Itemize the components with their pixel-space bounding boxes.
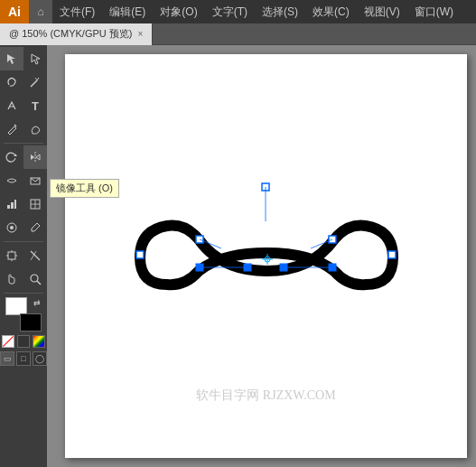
fill-swatch[interactable] xyxy=(5,297,27,315)
svg-rect-16 xyxy=(8,252,15,259)
tab-label: @ 150% (CMYK/GPU 预览) xyxy=(9,27,132,41)
tool-row-1 xyxy=(0,47,47,70)
svg-rect-32 xyxy=(136,251,144,258)
tab-close-button[interactable]: × xyxy=(137,29,143,39)
mesh-tool-btn[interactable] xyxy=(23,192,47,216)
swap-colors-icon[interactable]: ⇄ xyxy=(33,298,41,307)
rotate-tool-btn[interactable] xyxy=(0,145,23,169)
selection-tool-btn[interactable] xyxy=(0,47,23,70)
tool-row-4 xyxy=(0,117,47,141)
toolbar: T 镜像工具 (O) xyxy=(0,45,47,467)
blob-brush-btn[interactable] xyxy=(23,117,47,141)
pen-tool-btn[interactable] xyxy=(0,94,23,117)
svg-rect-8 xyxy=(7,205,10,209)
app-logo: Ai xyxy=(0,0,29,23)
menu-effect[interactable]: 效果(C) xyxy=(305,0,357,23)
color-swatches: ⇄ xyxy=(5,297,42,332)
zoom-tool-btn[interactable] xyxy=(23,267,47,291)
hand-tool-btn[interactable] xyxy=(0,267,23,291)
artboard-tool-btn[interactable] xyxy=(0,244,23,267)
main-layout: T 镜像工具 (O) xyxy=(0,45,476,467)
menu-bar: Ai ⌂ 文件(F) 编辑(E) 对象(O) 文字(T) 选择(S) 效果(C)… xyxy=(0,0,476,23)
tool-row-8 xyxy=(0,216,47,239)
width-tool-btn[interactable] xyxy=(0,169,23,192)
magic-wand-btn[interactable] xyxy=(23,70,47,94)
tool-separator-2 xyxy=(4,241,43,242)
tool-separator-1 xyxy=(4,143,43,144)
svg-rect-33 xyxy=(388,251,396,258)
menu-select[interactable]: 选择(S) xyxy=(255,0,305,23)
menu-text[interactable]: 文字(T) xyxy=(205,0,255,23)
tool-row-6 xyxy=(0,169,47,192)
tool-row-9 xyxy=(0,244,47,267)
slice-tool-btn[interactable] xyxy=(23,244,47,267)
tool-row-10 xyxy=(0,267,47,291)
active-tab[interactable]: @ 150% (CMYK/GPU 预览) × xyxy=(0,23,153,45)
menu-window[interactable]: 窗口(W) xyxy=(407,0,461,23)
canvas-area[interactable]: 软牛目字网 RJZXW.COM xyxy=(47,45,476,467)
menu-view[interactable]: 视图(V) xyxy=(357,0,407,23)
lasso-tool-btn[interactable] xyxy=(0,70,23,94)
no-fill-stroke-btns xyxy=(2,335,45,348)
envelope-btn[interactable] xyxy=(23,169,47,192)
tool-row-2 xyxy=(0,70,47,94)
symbol-tool-btn[interactable] xyxy=(0,216,23,239)
stroke-swatch[interactable] xyxy=(20,313,42,332)
tool-row-5 xyxy=(0,145,47,169)
direct-selection-tool-btn[interactable] xyxy=(23,47,47,70)
tab-bar: @ 150% (CMYK/GPU 预览) × xyxy=(0,23,476,45)
path-shape xyxy=(131,167,402,330)
menu-object[interactable]: 对象(O) xyxy=(153,0,204,23)
type-tool-btn[interactable]: T xyxy=(23,94,47,117)
svg-rect-9 xyxy=(11,202,14,209)
svg-point-15 xyxy=(10,226,14,229)
graph-tool-btn[interactable] xyxy=(0,192,23,216)
tool-row-3: T xyxy=(0,94,47,117)
menu-file[interactable]: 文件(F) xyxy=(52,0,102,23)
svg-point-23 xyxy=(31,275,38,282)
home-icon[interactable]: ⌂ xyxy=(29,0,52,23)
pencil-tool-btn[interactable] xyxy=(0,117,23,141)
eyedropper-btn[interactable] xyxy=(23,216,47,239)
svg-line-1 xyxy=(37,78,39,80)
tool-row-7 xyxy=(0,192,47,216)
svg-line-2 xyxy=(35,78,37,80)
watermark: 软牛目字网 RJZXW.COM xyxy=(196,388,335,404)
no-fill-btn[interactable] xyxy=(2,335,14,348)
svg-rect-10 xyxy=(14,200,16,209)
tool-separator-3 xyxy=(4,293,43,294)
screen-mode-btn-2[interactable]: □ xyxy=(16,351,31,366)
svg-line-0 xyxy=(31,80,37,87)
none-btn[interactable] xyxy=(17,335,30,348)
screen-mode-btn-3[interactable]: ◯ xyxy=(33,351,47,366)
white-canvas: 软牛目字网 RJZXW.COM xyxy=(65,54,467,458)
mirror-tool-btn[interactable] xyxy=(23,145,47,169)
menu-edit[interactable]: 编辑(E) xyxy=(102,0,153,23)
svg-line-24 xyxy=(37,281,41,285)
gradient-btn[interactable] xyxy=(33,335,45,348)
screen-mode-btn-1[interactable]: ▭ xyxy=(0,351,14,366)
bottom-tool-icons: ▭ □ ◯ xyxy=(0,351,47,366)
